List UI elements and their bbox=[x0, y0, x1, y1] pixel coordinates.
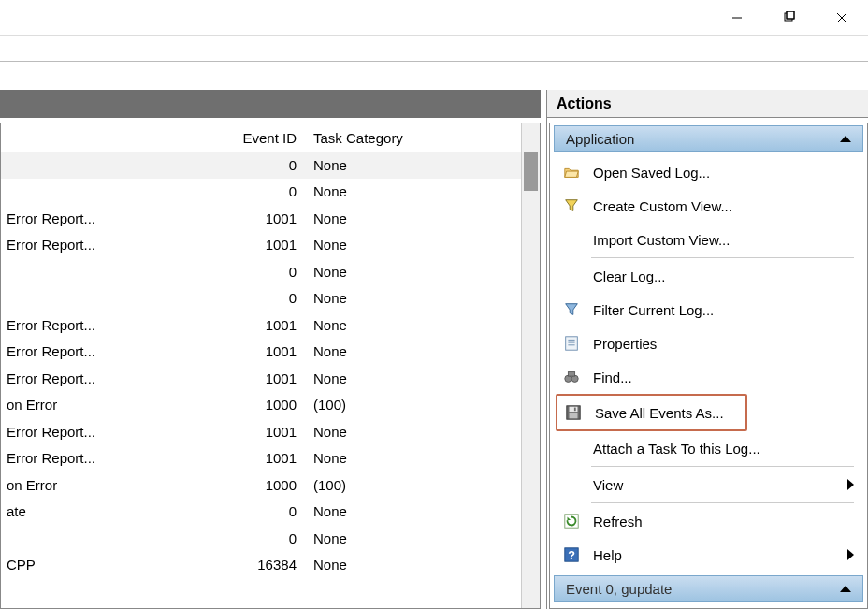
action-label: Properties bbox=[593, 336, 867, 352]
svg-rect-12 bbox=[568, 372, 574, 377]
actions-title: Actions bbox=[547, 90, 868, 118]
close-button[interactable] bbox=[816, 0, 868, 36]
table-row[interactable]: on Error1000(100) bbox=[1, 392, 540, 419]
action-find[interactable]: Find... bbox=[550, 360, 867, 394]
action-filter-current-log[interactable]: Filter Current Log... bbox=[550, 293, 867, 326]
cell-taskcategory: (100) bbox=[308, 477, 540, 493]
table-row[interactable]: on Error1000(100) bbox=[1, 471, 540, 499]
cell-taskcategory: (100) bbox=[308, 397, 540, 413]
cell-source: Error Report... bbox=[1, 424, 132, 440]
cell-eventid: 1001 bbox=[132, 343, 308, 359]
action-label: Create Custom View... bbox=[593, 198, 867, 214]
blank-icon bbox=[561, 438, 582, 458]
action-save-all-events[interactable]: Save All Events As... bbox=[557, 396, 745, 429]
table-row[interactable]: 0None bbox=[1, 152, 540, 179]
table-row[interactable]: Error Report...1001None bbox=[1, 205, 540, 232]
table-row[interactable]: 0None bbox=[1, 525, 540, 552]
action-refresh[interactable]: Refresh bbox=[550, 504, 867, 538]
action-view-submenu[interactable]: View bbox=[550, 468, 867, 501]
action-clear-log[interactable]: Clear Log... bbox=[550, 259, 867, 293]
action-label: Find... bbox=[593, 370, 867, 385]
cell-source: Error Report... bbox=[1, 317, 132, 333]
vertical-scrollbar[interactable] bbox=[521, 123, 540, 608]
col-header-eventid[interactable]: Event ID bbox=[132, 130, 308, 146]
grid-header-row: Event ID Task Category bbox=[1, 123, 540, 152]
cell-source: CPP bbox=[1, 557, 132, 573]
cell-source: Error Report... bbox=[1, 210, 132, 226]
save-icon bbox=[563, 402, 584, 423]
action-properties[interactable]: Properties bbox=[550, 326, 867, 360]
actions-section-application[interactable]: Application bbox=[554, 125, 863, 152]
table-row[interactable]: Error Report...1001None bbox=[1, 339, 540, 366]
cell-source: ate bbox=[1, 503, 132, 519]
table-row[interactable]: ate0None bbox=[1, 499, 540, 526]
events-grid: Event ID Task Category 0None0NoneError R… bbox=[0, 123, 541, 609]
cell-eventid: 1000 bbox=[132, 397, 308, 413]
action-help-submenu[interactable]: ? Help bbox=[550, 538, 867, 572]
action-label: Open Saved Log... bbox=[593, 165, 867, 181]
scroll-thumb[interactable] bbox=[524, 152, 538, 191]
action-label: Refresh bbox=[593, 514, 867, 529]
cell-source: Error Report... bbox=[1, 370, 132, 386]
cell-eventid: 1001 bbox=[132, 450, 308, 466]
cell-taskcategory: None bbox=[308, 237, 540, 253]
svg-text:?: ? bbox=[568, 549, 575, 562]
maximize-button[interactable] bbox=[763, 0, 816, 36]
chevron-right-icon bbox=[847, 549, 854, 560]
actions-inner: Application Open Saved Log... Create Cus… bbox=[549, 123, 868, 609]
table-row[interactable]: Error Report...1001None bbox=[1, 232, 540, 259]
actions-pane: Actions Application Open Saved Log... Cr… bbox=[546, 90, 868, 609]
cell-eventid: 0 bbox=[132, 530, 308, 546]
grid-body[interactable]: 0None0NoneError Report...1001NoneError R… bbox=[1, 152, 540, 578]
minimize-button[interactable] bbox=[711, 0, 763, 36]
action-label: Help bbox=[593, 547, 847, 563]
separator bbox=[591, 466, 854, 467]
cell-taskcategory: None bbox=[308, 450, 540, 466]
table-row[interactable]: Error Report...1001None bbox=[1, 418, 540, 445]
action-import-custom-view[interactable]: Import Custom View... bbox=[550, 223, 867, 256]
binoculars-icon bbox=[561, 367, 582, 387]
table-row[interactable]: CPP16384None bbox=[1, 552, 540, 579]
cell-taskcategory: None bbox=[308, 424, 540, 440]
table-row[interactable]: 0None bbox=[1, 258, 540, 285]
svg-rect-6 bbox=[566, 337, 578, 350]
action-open-saved-log[interactable]: Open Saved Log... bbox=[550, 155, 867, 189]
action-attach-task[interactable]: Attach a Task To this Log... bbox=[550, 431, 867, 465]
table-row[interactable]: 0None bbox=[1, 179, 540, 206]
folder-open-icon bbox=[561, 162, 582, 182]
table-row[interactable]: 0None bbox=[1, 285, 540, 312]
minimize-icon bbox=[731, 11, 744, 24]
cell-source: on Error bbox=[1, 397, 132, 413]
cell-eventid: 1000 bbox=[132, 477, 308, 493]
collapse-icon bbox=[840, 136, 851, 142]
col-header-taskcategory[interactable]: Task Category bbox=[308, 130, 540, 146]
blank-icon bbox=[561, 229, 582, 250]
action-label: Clear Log... bbox=[593, 268, 867, 284]
action-create-custom-view[interactable]: Create Custom View... bbox=[550, 189, 867, 223]
funnel-icon bbox=[561, 196, 582, 216]
collapse-icon bbox=[840, 586, 851, 592]
svg-rect-14 bbox=[570, 407, 578, 412]
cell-source: Error Report... bbox=[1, 237, 132, 253]
actions-section-event[interactable]: Event 0, gupdate bbox=[554, 575, 863, 602]
highlight-box: Save All Events As... bbox=[556, 394, 747, 431]
separator bbox=[591, 257, 854, 258]
cell-eventid: 1001 bbox=[132, 370, 308, 386]
cell-eventid: 0 bbox=[132, 264, 308, 280]
cell-eventid: 1001 bbox=[132, 210, 308, 226]
chevron-right-icon bbox=[847, 479, 854, 490]
action-label: Save All Events As... bbox=[595, 405, 745, 421]
cell-eventid: 0 bbox=[132, 183, 308, 199]
refresh-icon bbox=[561, 511, 582, 531]
table-row[interactable]: Error Report...1001None bbox=[1, 365, 540, 392]
cell-taskcategory: None bbox=[308, 530, 540, 546]
table-row[interactable]: Error Report...1001None bbox=[1, 312, 540, 339]
cell-eventid: 0 bbox=[132, 157, 308, 173]
window-titlebar bbox=[0, 0, 868, 36]
svg-rect-15 bbox=[570, 413, 578, 418]
blank-icon bbox=[561, 474, 582, 495]
table-row[interactable]: Error Report...1001None bbox=[1, 445, 540, 472]
close-icon bbox=[835, 11, 848, 24]
cell-taskcategory: None bbox=[308, 503, 540, 519]
action-label: Filter Current Log... bbox=[593, 302, 867, 318]
